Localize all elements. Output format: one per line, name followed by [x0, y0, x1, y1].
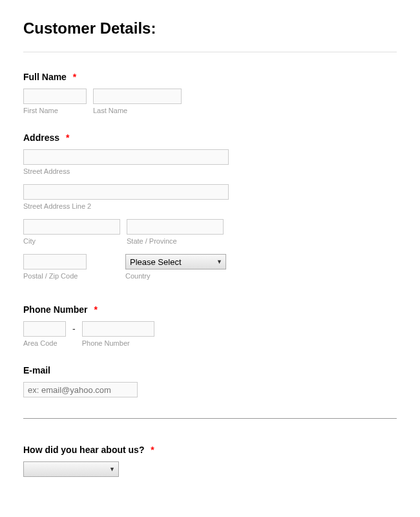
- street2-col: Street Address Line 2: [23, 184, 397, 210]
- hearabout-label: How did you hear about us? *: [23, 445, 397, 455]
- phone-dash: -: [72, 321, 76, 334]
- postal-sublabel: Postal / Zip Code: [23, 272, 87, 280]
- fullname-row: First Name Last Name: [23, 89, 397, 114]
- lastname-sublabel: Last Name: [93, 107, 182, 114]
- title-divider: [23, 52, 397, 52]
- required-star: *: [94, 304, 97, 315]
- fullname-label-text: Full Name: [23, 72, 67, 82]
- firstname-sublabel: First Name: [23, 107, 87, 114]
- phonenum-input[interactable]: [82, 321, 154, 337]
- phone-group: Phone Number * Area Code - Phone Number: [23, 304, 397, 347]
- city-sublabel: City: [23, 237, 120, 245]
- state-input[interactable]: [127, 219, 224, 235]
- areacode-col: Area Code: [23, 321, 66, 347]
- email-input[interactable]: [23, 382, 138, 397]
- street-row: Street Address: [23, 149, 397, 175]
- phone-row: Area Code - Phone Number: [23, 321, 397, 347]
- country-select[interactable]: Please Select: [125, 254, 226, 269]
- required-star: *: [66, 132, 69, 143]
- firstname-col: First Name: [23, 89, 87, 114]
- street2-row: Street Address Line 2: [23, 184, 397, 210]
- state-sublabel: State / Province: [127, 237, 224, 245]
- lastname-col: Last Name: [93, 89, 182, 114]
- required-star: *: [73, 72, 76, 82]
- postal-input[interactable]: [23, 254, 87, 269]
- address-label: Address *: [23, 132, 397, 143]
- hearabout-label-text: How did you hear about us?: [23, 445, 144, 455]
- lastname-input[interactable]: [93, 89, 182, 104]
- hearabout-select[interactable]: [23, 461, 119, 477]
- areacode-sublabel: Area Code: [23, 339, 66, 347]
- email-label-text: E-mail: [23, 365, 50, 375]
- form-container: Customer Details: Full Name * First Name…: [0, 0, 420, 514]
- phonenum-sublabel: Phone Number: [82, 339, 154, 347]
- page-title: Customer Details:: [23, 19, 397, 37]
- email-label: E-mail: [23, 365, 397, 375]
- street-col: Street Address: [23, 149, 397, 175]
- postal-col: Postal / Zip Code: [23, 254, 87, 280]
- street-input[interactable]: [23, 149, 229, 165]
- areacode-input[interactable]: [23, 321, 66, 337]
- city-col: City: [23, 219, 120, 245]
- address-group: Address * Street Address Street Address …: [23, 132, 397, 280]
- country-col: Please Select Country: [125, 254, 226, 280]
- required-star: *: [151, 445, 154, 455]
- address-label-text: Address: [23, 132, 59, 143]
- street2-input[interactable]: [23, 184, 229, 200]
- phonenum-col: Phone Number: [82, 321, 154, 347]
- hearabout-group: How did you hear about us? *: [23, 445, 397, 477]
- section-divider: [23, 418, 397, 419]
- country-sublabel: Country: [125, 272, 226, 280]
- state-col: State / Province: [127, 219, 224, 245]
- fullname-group: Full Name * First Name Last Name: [23, 72, 397, 114]
- city-state-row: City State / Province: [23, 219, 397, 245]
- street2-sublabel: Street Address Line 2: [23, 202, 397, 210]
- hearabout-select-wrapper: [23, 461, 119, 477]
- country-select-wrapper: Please Select: [125, 254, 226, 269]
- postal-country-row: Postal / Zip Code Please Select Country: [23, 254, 397, 280]
- firstname-input[interactable]: [23, 89, 87, 104]
- city-input[interactable]: [23, 219, 120, 235]
- fullname-label: Full Name *: [23, 72, 397, 82]
- email-group: E-mail: [23, 365, 397, 397]
- phone-label: Phone Number *: [23, 304, 397, 315]
- street-sublabel: Street Address: [23, 167, 397, 175]
- phone-label-text: Phone Number: [23, 304, 88, 315]
